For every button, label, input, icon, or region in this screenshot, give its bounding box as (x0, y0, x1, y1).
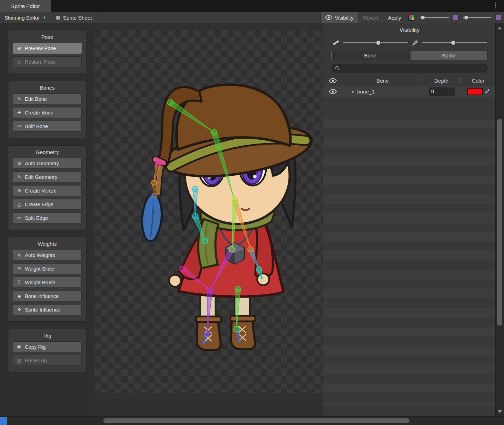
revert-label: Revert (363, 15, 378, 21)
edit-geometry-button[interactable]: ✎ Edit Geometry (13, 172, 82, 182)
rgb-channels-icon (408, 15, 414, 21)
preview-pose-button[interactable]: ◉ Preview Pose (13, 43, 82, 54)
visibility-toggle-button[interactable]: Visibility (320, 12, 358, 23)
button-label: Create Vertex (25, 188, 56, 194)
chevron-down-icon: ▼ (43, 16, 46, 19)
skinning-editor-dropdown[interactable]: Skinning Editor ▼ (0, 12, 51, 23)
paste-rig-button[interactable]: ▤ Paste Rig (13, 355, 82, 366)
auto-geometry-button[interactable]: ⚙ Auto Geometry (13, 158, 82, 169)
scroll-up-arrow-icon[interactable] (498, 27, 502, 29)
restore-pose-button[interactable]: ◎ Restore Pose (13, 56, 82, 67)
create-vertex-icon: ⊕ (16, 188, 22, 193)
tab-sprite-editor[interactable]: Sprite Editor (0, 0, 51, 12)
create-edge-button[interactable]: △ Create Edge (13, 199, 82, 210)
button-label: Bone Influence (25, 293, 59, 299)
horizontal-scroll-thumb[interactable] (103, 418, 410, 423)
color-channels-button[interactable] (406, 12, 417, 23)
group-weights: Weights ※ Auto Weights ☰ Weight Slider ⠿… (8, 237, 86, 322)
group-bones: Bones ✎ Edit Bone ✚ Create Bone ✂ Split … (8, 81, 86, 138)
sprite-canvas[interactable] (94, 23, 323, 417)
disclosure-triangle-icon[interactable]: ▶ (352, 89, 355, 94)
header-color: Color (461, 78, 496, 84)
alpha-slider-2[interactable] (463, 12, 491, 23)
opacity-sliders (332, 39, 487, 47)
auto-geometry-icon: ⚙ (16, 161, 22, 166)
edit-bone-button[interactable]: ✎ Edit Bone (13, 93, 82, 104)
corner-accent (0, 417, 7, 425)
visibility-panel-title: Visibility (323, 23, 496, 33)
button-label: Split Edge (25, 215, 48, 221)
button-label: Create Edge (25, 202, 53, 207)
visibility-panel: Visibility Bone Sprite (323, 23, 496, 417)
mipmap-swatch-2[interactable] (496, 15, 501, 20)
copy-rig-button[interactable]: ▣ Copy Rig (13, 341, 82, 352)
preview-pose-icon: ◉ (16, 46, 22, 51)
bone-table-header: Bone Depth Color (323, 75, 496, 86)
group-title: Geometry (13, 149, 82, 155)
split-bone-button[interactable]: ✂ Split Bone (13, 121, 82, 132)
group-title: Rig (13, 333, 82, 339)
button-label: Create Bone (25, 110, 53, 116)
bone-opacity-slider[interactable] (343, 39, 408, 47)
edit-geometry-icon: ✎ (16, 174, 22, 180)
scroll-down-arrow-icon[interactable] (498, 410, 502, 413)
bone-influence-button[interactable]: ◆ Bone Influence (13, 291, 82, 301)
group-geometry: Geometry ⚙ Auto Geometry ✎ Edit Geometry… (8, 145, 86, 230)
horizontal-scrollbar[interactable] (0, 416, 504, 425)
slider-handle[interactable] (464, 16, 468, 20)
group-title: Weights (13, 241, 82, 247)
visibility-label: Visibility (335, 15, 354, 21)
edit-bone-icon: ✎ (16, 96, 22, 102)
create-bone-button[interactable]: ✚ Create Bone (13, 107, 82, 118)
slider-handle[interactable] (376, 41, 380, 45)
button-label: Preview Pose (25, 46, 56, 51)
eyedropper-icon[interactable] (484, 89, 490, 94)
alpha-slider-1[interactable] (420, 12, 449, 23)
auto-weights-button[interactable]: ※ Auto Weights (13, 250, 82, 260)
revert-button[interactable]: Revert (358, 12, 383, 23)
bone-row-bone_1[interactable]: ▶ bone_1 (323, 86, 496, 97)
mesh-opacity-icon (412, 39, 419, 46)
eye-icon[interactable] (329, 78, 337, 83)
apply-button[interactable]: Apply (383, 12, 406, 23)
slider-track (343, 42, 408, 43)
depth-input[interactable] (429, 88, 455, 96)
visibility-eye-icon[interactable] (329, 89, 337, 94)
character-art (142, 85, 315, 350)
sprite-sheet-icon: ▦ (56, 14, 61, 21)
skinning-editor-label: Skinning Editor (5, 15, 40, 21)
group-title: Pose (13, 34, 82, 40)
weight-slider-button[interactable]: ☰ Weight Slider (13, 263, 82, 274)
weight-brush-button[interactable]: ⠿ Weight Brush (13, 277, 82, 288)
slider-handle[interactable] (421, 16, 425, 20)
tab-bone[interactable]: Bone (331, 51, 409, 60)
split-bone-icon: ✂ (16, 124, 22, 129)
tool-sidebar: Pose ◉ Preview Pose ◎ Restore Pose Bones… (0, 23, 94, 417)
vertical-scroll-thumb[interactable] (497, 119, 502, 326)
search-icon (335, 66, 340, 70)
weight-brush-icon: ⠿ (16, 280, 22, 285)
bone-name: bone_1 (357, 89, 374, 95)
sprite-influence-button[interactable]: ❖ Sprite Influence (13, 304, 82, 315)
weight-slider-icon: ☰ (16, 266, 22, 271)
button-label: Weight Slider (25, 266, 55, 272)
tab-sprite[interactable]: Sprite (410, 51, 488, 60)
split-edge-button[interactable]: ✂ Split Edge (13, 212, 82, 223)
bone-influence-icon: ◆ (16, 293, 22, 299)
bone-search[interactable] (331, 64, 488, 72)
mipmap-swatch-1[interactable] (453, 15, 458, 20)
visibility-tabs: Bone Sprite (331, 51, 488, 60)
sprite-sheet-button[interactable]: ▦ Sprite Sheet (51, 12, 97, 23)
create-vertex-button[interactable]: ⊕ Create Vertex (13, 185, 82, 196)
button-label: Auto Geometry (25, 161, 59, 166)
search-input[interactable] (342, 65, 484, 71)
slider-handle[interactable] (451, 41, 455, 45)
character-sprite (94, 39, 323, 392)
mesh-opacity-slider[interactable] (422, 39, 487, 47)
button-label: Restore Pose (25, 59, 56, 65)
button-label: Paste Rig (25, 358, 47, 363)
vertical-scrollbar[interactable] (495, 23, 504, 417)
kebab-menu-icon[interactable]: ⋮ (492, 1, 498, 9)
tab-bone-label: Bone (364, 53, 376, 58)
bone-color-swatch[interactable] (467, 88, 483, 95)
